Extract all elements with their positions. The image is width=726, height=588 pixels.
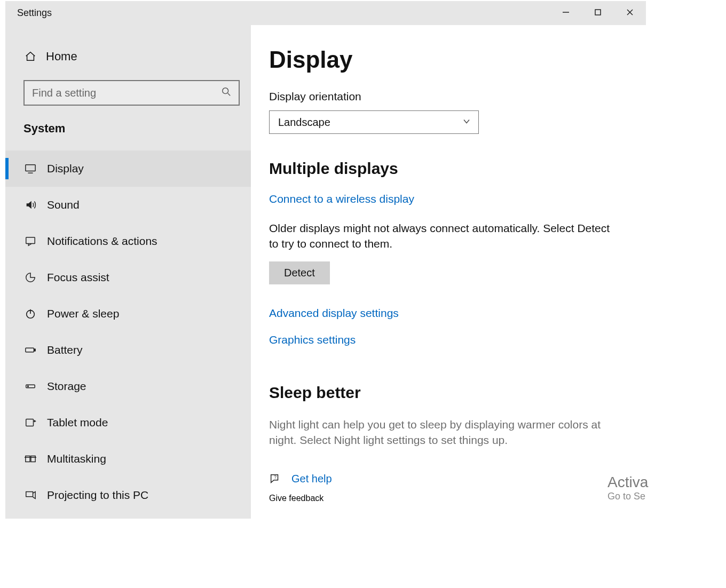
app-title: Settings <box>17 7 52 19</box>
close-button[interactable] <box>614 1 646 25</box>
svg-rect-16 <box>26 456 30 462</box>
sidebar-item-projecting[interactable]: Projecting to this PC <box>5 477 251 513</box>
search-box[interactable] <box>23 80 240 106</box>
svg-rect-12 <box>34 349 35 351</box>
sidebar-item-label: Tablet mode <box>47 416 108 429</box>
window-body: Home System Display <box>5 25 646 519</box>
notifications-icon <box>25 235 41 247</box>
sound-icon <box>25 199 41 211</box>
power-icon <box>25 308 41 320</box>
svg-rect-8 <box>26 237 35 244</box>
sidebar-item-label: Display <box>47 162 84 175</box>
settings-window: Settings <box>5 1 646 519</box>
multiple-displays-header: Multiple displays <box>269 160 625 178</box>
svg-rect-19 <box>26 492 33 497</box>
give-feedback-row: Give feedback <box>269 494 625 503</box>
detect-button[interactable]: Detect <box>269 261 330 284</box>
sidebar-item-label: Notifications & actions <box>47 235 157 248</box>
older-displays-text: Older displays might not always connect … <box>269 220 611 252</box>
orientation-label: Display orientation <box>269 90 625 103</box>
sidebar-item-label: Power & sleep <box>47 307 119 320</box>
graphics-settings-link[interactable]: Graphics settings <box>269 333 625 346</box>
sidebar-item-sound[interactable]: Sound <box>5 187 251 223</box>
multitasking-icon <box>25 453 41 465</box>
search-input[interactable] <box>25 81 211 105</box>
connect-wireless-display-link[interactable]: Connect to a wireless display <box>269 193 414 205</box>
svg-point-4 <box>223 88 228 94</box>
sidebar-item-label: Sound <box>47 198 80 211</box>
search-wrap <box>5 69 251 117</box>
sidebar-item-storage[interactable]: Storage <box>5 368 251 404</box>
sidebar-item-tablet-mode[interactable]: Tablet mode <box>5 404 251 441</box>
sidebar-item-label: Battery <box>47 344 83 356</box>
get-help-icon: ? <box>269 473 287 484</box>
maximize-icon <box>594 7 602 19</box>
svg-rect-17 <box>31 456 35 462</box>
projecting-icon <box>25 489 41 501</box>
main-content: Display Display orientation Landscape Mu… <box>251 25 646 519</box>
get-help-link[interactable]: Get help <box>291 473 332 485</box>
sidebar-item-label: Storage <box>47 380 86 393</box>
sidebar-item-notifications[interactable]: Notifications & actions <box>5 223 251 259</box>
svg-point-14 <box>28 386 29 387</box>
sidebar-item-battery[interactable]: Battery <box>5 332 251 368</box>
page-title: Display <box>269 46 625 73</box>
sidebar-category: System <box>5 122 251 136</box>
sidebar-item-label: Projecting to this PC <box>47 489 148 502</box>
activate-windows-watermark: Activa Go to Se <box>607 474 726 578</box>
sidebar-item-display[interactable]: Display <box>5 150 251 187</box>
watermark-line1: Activa <box>607 474 726 491</box>
sidebar-item-focus-assist[interactable]: Focus assist <box>5 259 251 296</box>
sleep-better-header: Sleep better <box>269 384 625 402</box>
battery-icon <box>25 344 41 356</box>
svg-rect-11 <box>26 348 34 352</box>
focus-assist-icon <box>25 272 41 283</box>
sleep-better-description: Night light can help you get to sleep by… <box>269 417 616 448</box>
home-nav[interactable]: Home <box>5 44 251 69</box>
tablet-icon <box>25 417 41 428</box>
svg-rect-6 <box>26 165 35 171</box>
get-help-row: ? Get help <box>269 473 625 485</box>
maximize-button[interactable] <box>582 1 614 25</box>
sidebar: Home System Display <box>5 25 251 519</box>
give-feedback-link[interactable]: Give feedback <box>269 494 323 503</box>
window-controls <box>550 1 646 25</box>
orientation-dropdown[interactable]: Landscape <box>269 110 479 134</box>
svg-rect-15 <box>26 419 34 426</box>
search-icon <box>222 87 231 99</box>
titlebar: Settings <box>5 1 646 25</box>
sidebar-nav: Display Sound Notifications & actions <box>5 150 251 513</box>
svg-text:?: ? <box>274 475 277 480</box>
advanced-display-settings-link[interactable]: Advanced display settings <box>269 307 625 320</box>
chevron-down-icon <box>462 116 471 129</box>
sidebar-item-power-sleep[interactable]: Power & sleep <box>5 296 251 332</box>
close-icon <box>626 7 634 19</box>
minimize-icon <box>562 7 570 19</box>
sidebar-item-label: Focus assist <box>47 271 109 284</box>
watermark-line2: Go to Se <box>607 491 726 502</box>
svg-line-5 <box>228 93 231 96</box>
home-label: Home <box>46 50 77 63</box>
display-icon <box>25 163 41 174</box>
minimize-button[interactable] <box>550 1 582 25</box>
sidebar-item-label: Multitasking <box>47 452 106 465</box>
svg-rect-1 <box>595 10 601 15</box>
orientation-value: Landscape <box>278 116 330 129</box>
home-icon <box>25 51 41 62</box>
sidebar-item-multitasking[interactable]: Multitasking <box>5 441 251 477</box>
storage-icon <box>25 380 41 392</box>
